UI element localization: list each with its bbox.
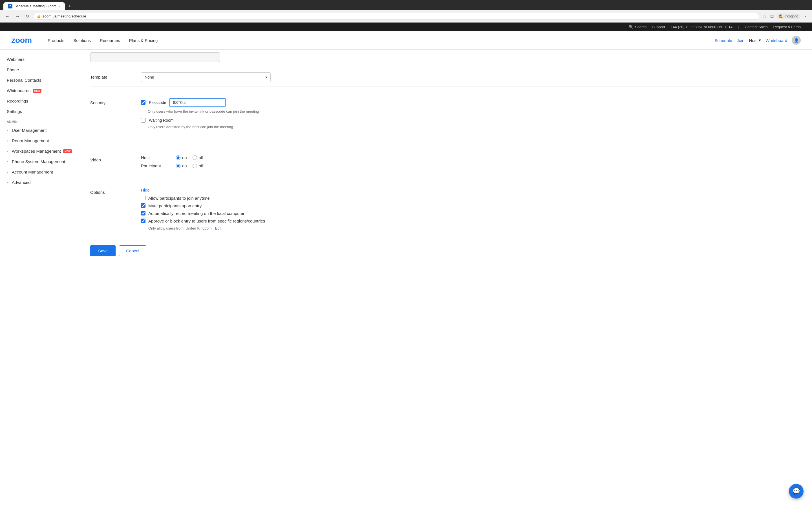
approve-block-checkbox[interactable] [141,219,146,223]
nav-host-dropdown[interactable]: Host ▾ [749,38,761,43]
zoom-logo[interactable]: zoom [11,31,32,49]
request-demo-link[interactable]: Request a Demo [773,25,801,29]
phone-info: +44 (20) 7039 8961 or 0800 368 7314 [671,25,732,29]
save-button[interactable]: Save [90,245,116,256]
video-content: Host on off Participant [141,155,801,172]
admin-section-title: ADMIN [0,117,79,125]
option-auto-record[interactable]: Automatically record meeting on the loca… [141,211,801,216]
sidebar-item-workspaces-management[interactable]: › Workspaces Management NEW [0,146,79,156]
incognito-label: Incognito [784,14,798,18]
search-label: Search [635,25,647,29]
chevron-right-icon: › [7,170,8,174]
whiteboards-new-badge: NEW [33,89,42,93]
contact-sales-link[interactable]: Contact Sales [745,25,768,29]
bookmark-button[interactable]: ☆ [762,13,767,20]
nav-products[interactable]: Products [43,33,69,48]
template-select[interactable]: None [141,72,271,82]
option-allow-join-anytime[interactable]: Allow participants to join anytime [141,196,801,201]
auto-record-checkbox[interactable] [141,211,146,216]
nav-schedule-link[interactable]: Schedule [714,38,732,43]
security-label: Security [90,98,141,133]
host-radio-group: on off [176,155,203,160]
sidebar-label-personal-contacts: Personal Contacts [7,78,42,82]
security-content: Passcode Only users who have the invite … [141,98,801,133]
nav-join-link[interactable]: Join [737,38,745,43]
sidebar-item-user-management[interactable]: › User Management [0,125,79,135]
host-on-radio[interactable] [176,156,181,160]
sidebar-item-phone[interactable]: Phone [0,64,79,75]
back-button[interactable]: ← [3,13,11,20]
nav-plans-pricing[interactable]: Plans & Pricing [124,33,162,48]
host-on-option[interactable]: on [176,155,187,160]
participant-on-option[interactable]: on [176,163,187,168]
sidebar-item-personal-contacts[interactable]: Personal Contacts [0,75,79,86]
template-label: Template [90,72,141,82]
cancel-button[interactable]: Cancel [119,245,146,256]
waiting-room-checkbox[interactable] [141,118,146,122]
sidebar-item-advanced[interactable]: › Advanced [0,177,79,187]
sidebar-item-account-management[interactable]: › Account Management [0,167,79,177]
option-mute-on-entry[interactable]: Mute participants upon entry [141,203,801,208]
auto-record-label: Automatically record meeting on the loca… [148,211,245,216]
sidebar: Webinars Phone Personal Contacts Whitebo… [0,50,79,507]
host-off-option[interactable]: off [193,155,203,160]
support-link[interactable]: Support [652,25,665,29]
chevron-right-icon: › [7,139,8,143]
video-section: Video Host on off [90,151,801,176]
participant-off-option[interactable]: off [193,163,203,168]
extensions-button[interactable]: ⊡ [769,13,775,20]
options-hide-link[interactable]: Hide [141,187,801,192]
sidebar-item-webinars[interactable]: Webinars [0,54,79,64]
chat-icon: 💬 [793,488,800,495]
avatar-icon: 👤 [794,38,799,43]
option-approve-block[interactable]: Approve or block entry to users from spe… [141,219,801,223]
avatar[interactable]: 👤 [792,36,801,45]
nav-solutions[interactable]: Solutions [69,33,95,48]
search-button[interactable]: 🔍 Search [629,25,647,29]
participant-on-radio[interactable] [176,164,181,168]
passcode-input[interactable] [169,98,225,107]
browser-toolbar: ← → ↻ 🔒 zoom.us/meeting/schedule ☆ ⊡ 🕵 I… [0,10,812,22]
nav-resources[interactable]: Resources [95,33,124,48]
tab-close-button[interactable]: × [58,4,60,8]
forward-button[interactable]: → [13,13,21,20]
sidebar-item-room-management[interactable]: › Room Management [0,135,79,146]
passcode-row: Passcode [141,98,801,107]
passcode-checkbox[interactable] [141,100,146,105]
active-tab[interactable]: Z Schedule a Meeting - Zoom × [3,2,65,10]
chat-bubble[interactable]: 💬 [789,484,804,499]
sidebar-label-settings: Settings [7,109,22,114]
passcode-checkbox-label[interactable]: Passcode [149,100,166,105]
region-edit-link[interactable]: Edit [215,226,221,230]
content-wrapper: Webinars Phone Personal Contacts Whitebo… [0,50,812,507]
sidebar-item-settings[interactable]: Settings [0,106,79,117]
mute-on-entry-checkbox[interactable] [141,203,146,208]
reload-button[interactable]: ↻ [24,12,31,20]
sidebar-item-whiteboards[interactable]: Whiteboards NEW [0,86,79,96]
new-tab-button[interactable]: + [66,3,73,9]
template-select-wrapper[interactable]: None [141,72,271,82]
lock-icon: 🔒 [37,14,41,18]
host-off-radio[interactable] [193,156,197,160]
search-icon: 🔍 [629,25,633,29]
browser-tabs: Z Schedule a Meeting - Zoom × + [3,2,809,10]
security-section: Security Passcode Only users who have th… [90,94,801,138]
host-off-label: off [199,155,203,160]
workspaces-new-badge: NEW [63,149,72,153]
waiting-room-label[interactable]: Waiting Room [149,118,173,122]
address-bar[interactable]: 🔒 zoom.us/meeting/schedule [33,13,759,20]
participant-off-radio[interactable] [193,164,197,168]
nav-whiteboard-link[interactable]: Whiteboard [765,38,787,43]
region-note-text: Only allow users from: United Kingdom [148,226,212,230]
mute-on-entry-label: Mute participants upon entry [148,203,202,208]
allow-join-anytime-checkbox[interactable] [141,196,146,200]
incognito-badge: 🕵 Incognito [777,13,801,19]
sidebar-item-recordings[interactable]: Recordings [0,96,79,106]
partial-top-input[interactable] [90,52,220,62]
sidebar-item-phone-system-management[interactable]: › Phone System Management [0,156,79,167]
divider: | [738,25,739,29]
more-menu-button[interactable]: ⋮ [802,13,809,20]
chevron-right-icon: › [7,128,8,132]
options-list: Allow participants to join anytime Mute … [141,196,801,230]
chevron-right-icon: › [7,180,8,184]
